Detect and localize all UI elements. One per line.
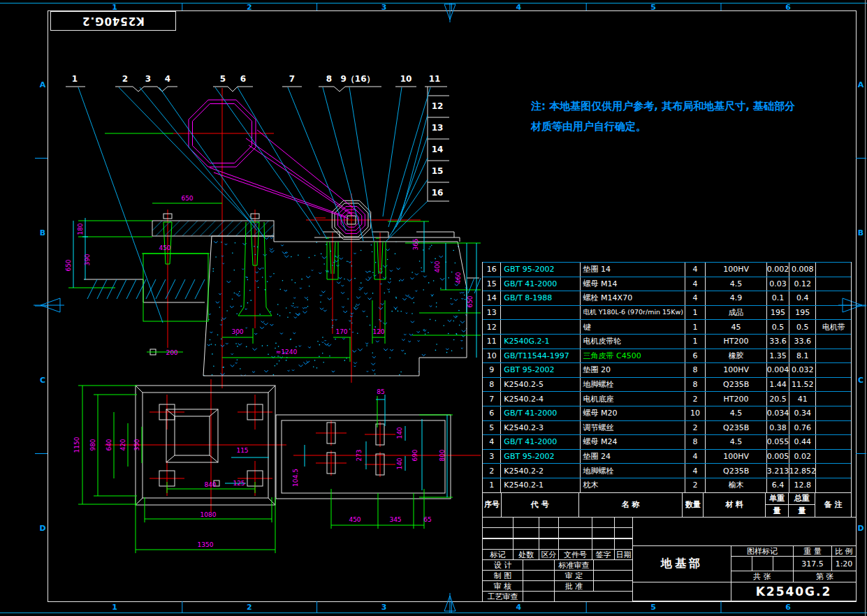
bom-remark bbox=[816, 349, 851, 363]
balloon-6: 6 bbox=[240, 74, 246, 84]
bom-no: 11 bbox=[483, 335, 501, 349]
dim-label: 400 bbox=[434, 261, 441, 272]
bom-material: HT200 bbox=[706, 392, 767, 406]
stamp-weight-value: 317.5 bbox=[793, 556, 832, 571]
bom-no: 15 bbox=[483, 277, 501, 291]
dim-label: 125 bbox=[233, 480, 245, 487]
bom-remark bbox=[816, 263, 851, 277]
drawing-number: K2540G.2 bbox=[756, 585, 832, 599]
revision-cell bbox=[482, 527, 513, 538]
balloon-12: 12 bbox=[432, 101, 444, 111]
balloon-7: 7 bbox=[289, 74, 295, 84]
dim-label: ≈1240 bbox=[276, 349, 298, 355]
bom-name: 地脚螺栓 bbox=[581, 378, 685, 392]
bom-code: K2540.2-1 bbox=[501, 478, 580, 492]
dim-label: 300 bbox=[231, 328, 243, 335]
bom-total-weight: 0.76 bbox=[789, 421, 816, 435]
revision-cell bbox=[513, 517, 539, 528]
bom-name: 电机 Y180L-6 (970r/min 15Kw) bbox=[581, 306, 685, 320]
bom-total-weight: 0.008 bbox=[789, 263, 816, 277]
bom-unit-weight: 195 bbox=[767, 306, 789, 320]
dim-label: 140 bbox=[396, 427, 403, 439]
bom-qty: 4 bbox=[685, 464, 706, 478]
bom-total-weight: 11.52 bbox=[789, 378, 816, 392]
bom-name: 垫圈 24 bbox=[581, 450, 685, 464]
bom-row-13: 13电机 Y180L-6 (970r/min 15Kw)1成品195195 bbox=[483, 305, 851, 320]
bom-unit-weight: 0.034 bbox=[767, 406, 789, 420]
bom-unit-weight: 0.5 bbox=[767, 320, 789, 334]
dim-label: 200 bbox=[166, 349, 177, 356]
revision-cell bbox=[539, 527, 559, 538]
balloon-1: 1 bbox=[72, 74, 78, 84]
dim-label: 640 bbox=[105, 439, 112, 450]
blank-under-name bbox=[632, 582, 731, 601]
bom-remark: 电机带 bbox=[816, 320, 851, 334]
dim-label: 1150 bbox=[73, 437, 80, 453]
revision-cell bbox=[558, 527, 592, 538]
bom-code: GB/T 41-2000 bbox=[501, 277, 580, 291]
bom-code: K2540.2-4 bbox=[501, 392, 580, 406]
bom-header: 序号代 号名 称数量材 料单重量总重量备 注 bbox=[483, 492, 851, 518]
bom-qty: 8 bbox=[685, 435, 706, 449]
bom-no: 2 bbox=[483, 464, 501, 478]
bom-material: Q235B bbox=[706, 421, 767, 435]
bom-qty: 4 bbox=[685, 263, 706, 277]
sheet-total: 共 张 bbox=[731, 571, 794, 582]
bom-no: 6 bbox=[483, 406, 501, 420]
dim-label: 840 bbox=[204, 481, 216, 488]
bom-code: K2540G.2-1 bbox=[501, 335, 580, 349]
bom-remark bbox=[816, 464, 851, 478]
bom-total-weight: 41 bbox=[789, 392, 816, 406]
bom-qty: 6 bbox=[685, 349, 706, 363]
bom-total-weight: 12.852 bbox=[789, 464, 816, 478]
revision-cell bbox=[539, 517, 559, 528]
dim-label: 650 bbox=[181, 195, 193, 202]
bom-unit-weight: 1.35 bbox=[767, 349, 789, 363]
title-block-upper-blank bbox=[632, 517, 857, 546]
bom-code bbox=[501, 320, 580, 334]
bom-remark bbox=[816, 421, 851, 435]
bom-table: 16GBT 95-2002垫圈 144100HV0.0020.00815GB/T… bbox=[482, 262, 852, 518]
bom-remark bbox=[816, 478, 851, 492]
stamp-mark-header: 图样标记 bbox=[731, 545, 794, 557]
bom-total-weight: 0.4 bbox=[789, 291, 816, 305]
bom-total-weight: 0.12 bbox=[789, 277, 816, 291]
admin-header-4: 签字 bbox=[592, 549, 615, 560]
bom-unit-weight: 0.1 bbox=[767, 291, 789, 305]
role-label-2: 审 核 bbox=[482, 580, 523, 592]
dim-label: 980 bbox=[89, 439, 96, 450]
revision-cell bbox=[513, 527, 539, 538]
bom-material: 榆木 bbox=[706, 478, 767, 492]
dim-label: 120 bbox=[372, 328, 384, 335]
dim-label: 140 bbox=[396, 457, 403, 469]
bom-header-remark: 备 注 bbox=[815, 493, 851, 517]
concrete-speckles bbox=[203, 237, 469, 377]
role-sign-2 bbox=[523, 580, 555, 592]
admin-header-0: 标记 bbox=[482, 549, 513, 560]
dim-label: 690 bbox=[411, 449, 418, 461]
role-label-1: 制 图 bbox=[482, 570, 523, 581]
bom-header-code: 代 号 bbox=[502, 493, 579, 517]
bom-material: 100HV bbox=[706, 450, 767, 464]
bom-total-weight: 0.5 bbox=[789, 320, 816, 334]
bom-remark bbox=[816, 277, 851, 291]
dim-label: 345 bbox=[389, 516, 401, 523]
role-sign2-3 bbox=[554, 591, 633, 602]
ground-hatch bbox=[87, 278, 481, 299]
balloon-11: 11 bbox=[429, 74, 441, 84]
dim-label: 1080 bbox=[201, 511, 217, 518]
bom-row-12: 12键1450.50.5电机带 bbox=[483, 319, 851, 334]
bom-row-4: 4GB/T 41-2000螺母 M2484.50.0550.44 bbox=[483, 434, 851, 449]
bom-row-2: 2K2540.2-2地脚螺栓4Q235B3.21312.852 bbox=[483, 463, 851, 478]
bom-material: 4.5 bbox=[706, 406, 767, 420]
dim-label: 85 bbox=[377, 388, 384, 395]
bom-qty: 1 bbox=[685, 335, 706, 349]
admin-header-5: 日期 bbox=[614, 549, 633, 560]
bom-header-material: 材 料 bbox=[704, 493, 766, 517]
bom-unit-weight: 0.38 bbox=[767, 421, 789, 435]
revision-cell bbox=[592, 538, 615, 550]
bom-qty: 4 bbox=[685, 450, 706, 464]
revision-cell bbox=[558, 517, 592, 528]
bom-material: 橡胶 bbox=[706, 349, 767, 363]
balloon-4: 4 bbox=[165, 74, 170, 84]
